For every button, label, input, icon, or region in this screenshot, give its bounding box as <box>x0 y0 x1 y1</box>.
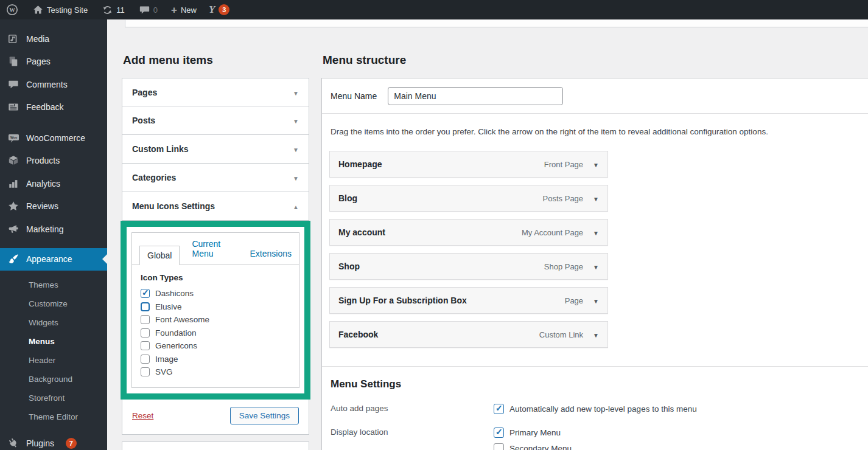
menu-name-input[interactable] <box>388 87 563 105</box>
sidebar-item-media[interactable]: Media <box>0 27 107 50</box>
checkbox-checked[interactable] <box>494 404 504 414</box>
sidebar-item-reviews[interactable]: Reviews <box>0 195 107 218</box>
submenu-label: Storefront <box>29 393 65 403</box>
admin-bar-yoast[interactable]: Y 3 <box>209 4 229 16</box>
submenu-label: Themes <box>29 280 58 289</box>
wordpress-logo-icon: W <box>6 4 18 16</box>
chevron-down-icon[interactable] <box>593 261 599 272</box>
menu-item-type: Posts Page <box>543 194 584 203</box>
sidebar-item-plugins[interactable]: Plugins 7 <box>0 432 107 450</box>
checkbox-checked[interactable] <box>494 428 504 438</box>
appearance-submenu: Themes Customize Widgets Menus Header Ba… <box>0 271 107 426</box>
pages-icon <box>7 56 19 67</box>
submenu-label: Menus <box>29 337 55 346</box>
sidebar-item-marketing[interactable]: Marketing <box>0 218 107 241</box>
menu-icons-actions-row: Reset Save Settings <box>122 400 309 435</box>
submenu-item-storefront[interactable]: Storefront <box>0 389 107 407</box>
menu-item-blog[interactable]: Blog Posts Page <box>329 185 608 212</box>
menu-select-bar-partial <box>125 20 868 27</box>
section-divider <box>322 366 868 367</box>
submenu-item-theme-editor[interactable]: Theme Editor <box>0 407 107 426</box>
submenu-item-menus[interactable]: Menus <box>0 332 107 351</box>
checkbox[interactable] <box>141 367 150 376</box>
sidebar-item-label: Appearance <box>26 254 72 264</box>
tab-current-menu[interactable]: Current Menu <box>192 239 237 265</box>
icon-type-image[interactable]: Image <box>141 353 290 366</box>
location-primary-menu[interactable]: Primary Menu <box>494 428 572 438</box>
admin-bar-updates[interactable]: 11 <box>102 5 125 15</box>
sidebar-item-pages[interactable]: Pages <box>0 50 107 74</box>
icon-type-foundation[interactable]: Foundation <box>141 327 290 340</box>
submenu-item-customize[interactable]: Customize <box>0 294 107 313</box>
new-label: New <box>181 5 197 15</box>
accordion-posts[interactable]: Posts <box>122 106 309 135</box>
sidebar-item-feedback[interactable]: Feedback <box>0 96 107 119</box>
tab-global[interactable]: Global <box>139 246 180 265</box>
menu-item-shop[interactable]: Shop Shop Page <box>329 253 608 280</box>
sidebar-item-woocommerce[interactable]: Woo WooCommerce <box>0 126 107 150</box>
admin-bar-comments[interactable]: 0 <box>139 5 158 15</box>
menu-item-facebook[interactable]: Facebook Custom Link <box>329 321 608 348</box>
menu-settings-heading: Menu Settings <box>331 378 868 390</box>
auto-add-pages-label: Auto add pages <box>331 404 494 413</box>
icon-type-genericons[interactable]: Genericons <box>141 339 290 353</box>
accordion-title: Categories <box>132 173 176 182</box>
sidebar-item-analytics[interactable]: Analytics <box>0 172 107 195</box>
menu-item-sign-up[interactable]: Sign Up For a Subscription Box Page <box>329 287 608 314</box>
icon-type-elusive[interactable]: Elusive <box>141 300 290 314</box>
menu-name-label: Menu Name <box>331 91 377 101</box>
menu-item-title: Homepage <box>338 159 382 169</box>
sidebar-item-appearance[interactable]: Appearance <box>0 248 107 271</box>
checkbox[interactable] <box>141 341 150 350</box>
menu-item-homepage[interactable]: Homepage Front Page <box>329 151 608 178</box>
icon-type-svg[interactable]: SVG <box>141 365 290 379</box>
chevron-down-icon[interactable] <box>593 329 599 340</box>
icon-type-font-awesome[interactable]: Font Awesome <box>141 313 290 327</box>
accordion-custom-links[interactable]: Custom Links <box>122 135 309 164</box>
checkbox-checked[interactable] <box>141 289 150 298</box>
checkbox[interactable] <box>141 328 150 338</box>
icon-type-dashicons[interactable]: Dashicons <box>141 287 290 300</box>
admin-bar-new[interactable]: + New <box>171 5 197 15</box>
menu-structure-panel: Menu Name Drag the items into the order … <box>321 78 868 450</box>
sidebar-item-label: Products <box>26 156 60 165</box>
submenu-item-background[interactable]: Background <box>0 370 107 389</box>
checkbox[interactable] <box>494 443 504 450</box>
checkbox[interactable] <box>141 315 150 324</box>
accordion-categories[interactable]: Categories <box>122 164 309 192</box>
chevron-down-icon[interactable] <box>593 295 599 306</box>
plus-icon: + <box>171 5 177 15</box>
sidebar-item-label: Marketing <box>26 224 63 234</box>
accordion-menu-icons-settings[interactable]: Menu Icons Settings <box>122 192 309 221</box>
checkbox[interactable] <box>141 355 150 364</box>
chevron-down-icon[interactable] <box>593 193 599 204</box>
chevron-down-icon[interactable] <box>593 159 599 170</box>
accordion-pages[interactable]: Pages <box>122 78 309 106</box>
save-settings-button[interactable]: Save Settings <box>230 407 299 424</box>
location-secondary-menu[interactable]: Secondary Menu <box>494 443 572 450</box>
checkbox-focused[interactable] <box>141 302 150 311</box>
menu-item-my-account[interactable]: My account My Account Page <box>329 219 608 246</box>
menu-name-row: Menu Name <box>322 78 868 114</box>
yoast-seo-icon: Y <box>209 4 215 16</box>
sidebar-item-comments[interactable]: Comments <box>0 73 107 96</box>
accordion-woocommerce-endpoints[interactable]: WooCommerce endpoints <box>122 441 309 450</box>
chevron-down-icon[interactable] <box>593 227 599 238</box>
submenu-item-header[interactable]: Header <box>0 351 107 370</box>
menu-item-type: Front Page <box>544 160 583 169</box>
reset-link[interactable]: Reset <box>132 411 153 420</box>
chevron-down-icon <box>293 115 299 126</box>
admin-bar-site-name[interactable]: Testing Site <box>33 5 88 15</box>
sidebar-item-products[interactable]: Products <box>0 150 107 173</box>
add-menu-items-column: Pages Posts Custom Links Categories Menu… <box>122 78 309 450</box>
svg-text:Woo: Woo <box>10 136 16 139</box>
sidebar-item-label: Feedback <box>26 102 63 112</box>
yoast-notification-badge: 3 <box>219 4 229 15</box>
submenu-item-widgets[interactable]: Widgets <box>0 313 107 332</box>
submenu-item-themes[interactable]: Themes <box>0 275 107 294</box>
chevron-up-icon <box>293 201 299 212</box>
auto-add-pages-option[interactable]: Automatically add new top-level pages to… <box>494 404 697 414</box>
tab-extensions[interactable]: Extensions <box>250 249 292 265</box>
sidebar-item-label: Reviews <box>26 201 58 211</box>
wp-logo-menu[interactable]: W <box>6 4 18 16</box>
